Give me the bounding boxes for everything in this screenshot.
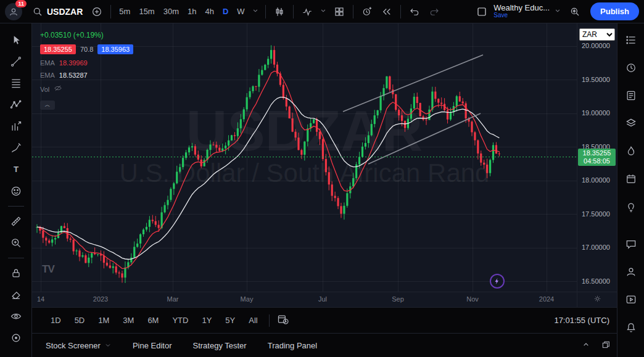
ask-price-box: 18.35963 [97,44,133,54]
zoom-tool[interactable] [7,236,25,250]
ema2-label[interactable]: EMA [40,72,55,79]
timeframe-1d[interactable]: D [219,4,232,18]
range-3m[interactable]: 3M [118,313,139,327]
text-tool[interactable]: T [7,163,25,176]
streams-icon[interactable] [622,265,640,279]
save-link[interactable]: Save [493,12,508,19]
brush-tool[interactable] [7,141,25,155]
indicators-button[interactable] [298,4,316,20]
timeframe-1w[interactable]: W [233,4,248,18]
publish-button[interactable]: Publish [590,2,639,20]
bottom-panel-tabs: Stock Screener Pine Editor Strategy Test… [32,333,617,357]
price-axis-label: 20.00000 [582,42,610,49]
news-icon[interactable] [622,89,640,102]
tradingview-logo[interactable]: TV [42,263,54,276]
search-icon [32,6,43,17]
axis-currency-select[interactable]: ZAR [579,28,615,41]
watchlist-icon[interactable] [622,33,640,47]
timeframe-30m[interactable]: 30m [160,4,183,18]
calendar-clock-icon [277,313,289,326]
time-axis-label: 2023 [93,295,108,303]
range-5d[interactable]: 5D [70,313,90,327]
ideas-bulb-icon[interactable] [622,200,640,213]
shows-play-icon[interactable] [622,293,640,306]
timeframe-15m[interactable]: 15m [135,4,158,18]
bid-price-box: 18.35255 [40,44,76,54]
eraser-tool[interactable] [7,288,25,302]
time-axis[interactable]: 14 2023 Mar May Jul Sep Nov 2024 [32,292,617,307]
range-all[interactable]: All [244,313,262,327]
target-tool[interactable] [7,331,25,345]
go-to-date-button[interactable] [276,312,291,329]
timeframes-chevron-down-icon[interactable] [250,5,261,18]
hide-drawings-tool[interactable] [7,310,25,323]
alerts-icon[interactable] [622,61,640,75]
pattern-tool[interactable] [7,98,25,112]
notifications-bell-icon[interactable] [622,321,640,334]
ema1-value: 18.39969 [59,59,88,67]
timeframe-1h[interactable]: 1h [184,4,200,18]
trend-line-tool[interactable] [7,55,25,68]
redo-button[interactable] [425,4,444,20]
eye-off-icon[interactable] [54,84,62,94]
candles-icon [274,6,285,17]
compare-symbol-button[interactable] [88,4,106,20]
bar-replay-button[interactable] [378,4,396,20]
clock-utc[interactable]: 17:01:55 (UTC) [554,316,609,325]
user-avatar[interactable]: 11 [5,3,22,20]
panel-expand-button[interactable] [581,340,591,351]
timeframe-5m[interactable]: 5m [115,4,134,18]
volume-label[interactable]: Vol [40,86,49,93]
range-1m[interactable]: 1M [93,313,114,327]
tab-strategy-tester[interactable]: Strategy Tester [192,341,246,350]
layout-name: Wealthy Educ... [493,4,550,12]
topbar: 11 USDZAR 5m 15m 30m 1h 4h D W [0,0,644,23]
cursor-tool[interactable] [7,33,25,47]
chart-canvas[interactable]: USDZAR U.S. Dollar / South African Rand … [32,23,577,292]
chart-row: USDZAR U.S. Dollar / South African Rand … [32,23,617,292]
chat-icon[interactable] [622,237,640,251]
tab-pine-editor[interactable]: Pine Editor [133,341,172,350]
time-axis-label: Mar [167,295,179,303]
ema1-label[interactable]: EMA [40,59,55,67]
range-6m[interactable]: 6M [142,313,163,327]
fib-retracement-tool[interactable] [7,76,25,90]
chart-settings-button[interactable] [593,294,602,305]
price-axis[interactable]: ZAR 20.00000 19.50000 19.00000 18.50000 … [577,23,617,292]
chart-legend: +0.03510 (+0.19%) 18.35255 70.8 18.35963… [40,31,133,110]
time-axis-label: Sep [392,295,404,303]
save-layout-button[interactable] [473,4,491,20]
calendar-icon[interactable] [622,172,640,186]
layout-grid-button[interactable] [330,4,349,20]
tab-trading-panel[interactable]: Trading Panel [268,341,317,350]
tab-stock-screener[interactable]: Stock Screener [46,341,112,350]
notification-count-badge: 11 [15,0,27,7]
last-price-badge: 18.35255 04:58:05 [578,149,616,166]
object-tree-icon[interactable] [622,117,640,130]
timeframe-4h[interactable]: 4h [201,4,217,18]
quick-search-button[interactable] [566,4,584,20]
divider [269,314,270,327]
range-1d[interactable]: 1D [46,313,66,327]
undo-button[interactable] [405,4,424,20]
lock-drawings-tool[interactable] [7,266,25,280]
range-5y[interactable]: 5Y [220,313,240,327]
chart-style-button[interactable] [270,4,289,20]
measure-tool[interactable] [7,215,25,228]
layout-name-block[interactable]: Wealthy Educ... Save [493,4,550,19]
forecast-tool[interactable] [7,120,25,133]
indicators-chevron-down-icon[interactable] [318,5,329,18]
emoji-tool[interactable] [7,184,25,198]
divider [8,258,24,258]
panel-restore-button[interactable] [601,340,611,351]
range-ytd[interactable]: YTD [167,313,193,327]
symbol-search-button[interactable]: USDZAR [28,4,86,20]
layout-chevron-down-icon[interactable] [552,5,563,18]
range-1y[interactable]: 1Y [197,313,217,327]
hotlist-flame-icon[interactable] [622,144,640,158]
legend-collapse-button[interactable]: ︿ [40,101,55,110]
lightning-boost-button[interactable] [490,274,505,289]
create-alert-button[interactable] [358,4,376,20]
axis-corner [577,292,617,307]
price-axis-label: 18.00000 [582,176,610,184]
